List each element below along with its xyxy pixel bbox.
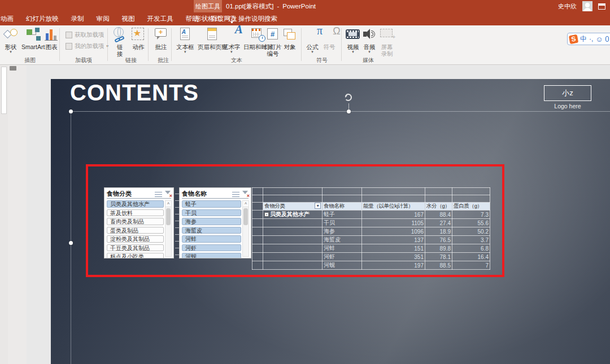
- group-separator: [59, 28, 60, 61]
- slicer-item[interactable]: 海参: [182, 218, 241, 225]
- excel-gridlines-strip: [175, 187, 179, 257]
- dropdown-arrow-icon: ▾: [184, 50, 186, 54]
- water-cell: 88.5: [425, 261, 452, 270]
- link-icon: [112, 27, 127, 42]
- object-icon: [282, 27, 297, 42]
- rotation-handle-icon[interactable]: [345, 94, 352, 101]
- collapse-icon[interactable]: -: [264, 212, 269, 217]
- thumbnail-scrollbar[interactable]: [0, 65, 8, 364]
- slide-number-button[interactable]: # 幻灯片编号: [262, 27, 284, 57]
- slicer-header: 食物名称 ×: [182, 190, 249, 199]
- pivot-header-row: ▼食物分类 食物名称 能量（以单位kj计算） 水分（g） 蛋白质（g）: [252, 203, 490, 210]
- selection-handle-mid-left[interactable]: [69, 241, 73, 245]
- slicer-item[interactable]: 茶及饮料: [107, 209, 164, 217]
- slicer-item[interactable]: 淀粉类及其制品: [107, 235, 164, 243]
- table-row: 海蜇皮 137 76.5 3.7: [252, 236, 490, 244]
- clear-filter-icon[interactable]: ×: [164, 191, 171, 197]
- energy-cell: 151: [362, 244, 425, 253]
- sogou-logo-icon[interactable]: S: [569, 34, 578, 43]
- slicer-item[interactable]: 蛏子: [182, 200, 241, 208]
- action-star-icon: ★: [131, 27, 146, 42]
- scrollbar-thumb[interactable]: [166, 208, 171, 225]
- my-addins-button: 我的加载项 ▾: [66, 42, 108, 50]
- slide-title[interactable]: CONTENTS: [70, 80, 199, 106]
- energy-cell: 1096: [362, 227, 425, 236]
- avatar[interactable]: [582, 1, 592, 11]
- wordart-icon: A: [224, 27, 239, 42]
- slicer-scrollbar[interactable]: ˄: [165, 200, 172, 257]
- chart-button[interactable]: 图表: [44, 27, 59, 50]
- smartart-button[interactable]: SmartArt: [21, 27, 45, 50]
- powerpoint-window: 绘图工具 01.ppt[兼容模式] - PowerPoint 史中欣 动画 幻灯…: [0, 0, 610, 364]
- audio-button[interactable]: 音频 ▾: [362, 27, 377, 54]
- user-area: 史中欣: [558, 0, 605, 12]
- scroll-up-icon[interactable]: ˄: [243, 201, 249, 207]
- ime-lang-mode[interactable]: 中: [580, 34, 587, 44]
- slicer-item[interactable]: 蛋类及制品: [107, 227, 164, 234]
- slide-canvas[interactable]: CONTENTS 小z Logo here 食物分类 × 贝类及其他水产 茶及饮…: [51, 79, 610, 364]
- slicer-item[interactable]: 贝类及其他水产: [107, 200, 164, 208]
- slicer-item[interactable]: 河蚌: [182, 235, 241, 243]
- pivot-table[interactable]: ▼食物分类 食物名称 能量（以单位kj计算） 水分（g） 蛋白质（g） -贝类及…: [252, 187, 490, 270]
- logo-placeholder[interactable]: 小z: [544, 85, 591, 101]
- link-button[interactable]: 链接: [112, 27, 128, 57]
- tab-slideshow[interactable]: 幻灯片放映: [20, 12, 65, 25]
- energy-cell: 1105: [362, 219, 425, 227]
- category-cell[interactable]: -贝类及其他水产: [263, 210, 323, 219]
- ime-toolbar[interactable]: S 中 ·, ☺: [567, 33, 610, 45]
- tab-shape-format[interactable]: 形状格式: [194, 12, 222, 25]
- header-food-category[interactable]: ▼食物分类: [263, 203, 323, 210]
- scrollbar-thumb[interactable]: [1, 67, 7, 114]
- slicer-item[interactable]: 糕点及小吃类: [107, 253, 164, 258]
- selection-handle-top-left[interactable]: [69, 109, 73, 113]
- slicer-scrollbar[interactable]: ˄: [242, 200, 249, 257]
- comment-icon: +: [154, 27, 168, 42]
- selection-handle-top-center[interactable]: [347, 109, 351, 113]
- scrollbar-thumb[interactable]: [243, 208, 248, 225]
- shapes-button[interactable]: 形状 ▾: [3, 27, 18, 54]
- protein-cell: 7.3: [452, 210, 490, 219]
- slicer-item[interactable]: 畜肉类及制品: [107, 218, 164, 225]
- protein-cell: 50.2: [452, 227, 490, 236]
- screen-record-button: 屏幕录制: [377, 27, 396, 57]
- slicer-item[interactable]: 海蜇皮: [182, 227, 241, 234]
- clear-filter-icon[interactable]: ×: [242, 191, 249, 197]
- multiselect-icon[interactable]: [232, 191, 239, 197]
- group-label-text: 文本: [217, 56, 256, 64]
- app-name: PowerPoint: [282, 3, 316, 10]
- symbol-omega-icon: Ω: [322, 27, 337, 42]
- textbox-button[interactable]: A 文本框 ▾: [176, 27, 194, 54]
- wordart-button[interactable]: A 艺术字 ▾: [223, 27, 241, 54]
- energy-cell: 167: [362, 210, 425, 219]
- multiselect-icon[interactable]: [155, 191, 162, 197]
- scroll-up-icon[interactable]: ˄: [165, 201, 171, 207]
- tab-record[interactable]: 录制: [65, 12, 90, 25]
- tab-animation[interactable]: 动画: [0, 12, 20, 25]
- slicer-food-name[interactable]: 食物名称 × 蛏子 干贝 海参 海蜇皮 河蚌 河虾 河蚬 ˄: [179, 187, 251, 258]
- energy-cell: 351: [362, 253, 425, 261]
- tab-view[interactable]: 视图: [116, 12, 141, 25]
- slicer-item[interactable]: 干贝: [182, 209, 241, 217]
- ribbon-display-options-icon[interactable]: [598, 3, 605, 10]
- user-name: 史中欣: [558, 2, 577, 11]
- microphone-icon[interactable]: [605, 36, 609, 42]
- ime-punctuation[interactable]: ·,: [589, 35, 593, 43]
- tab-developer[interactable]: 开发工具: [141, 12, 180, 25]
- my-addins-icon: [66, 43, 72, 50]
- table-row: -贝类及其他水产 蛏子 167 88.4 7.3: [252, 210, 490, 219]
- slicer-food-category[interactable]: 食物分类 × 贝类及其他水产 茶及饮料 畜肉类及制品 蛋类及制品 淀粉类及其制品…: [104, 187, 174, 258]
- group-separator: [301, 28, 302, 61]
- object-button[interactable]: 对象: [282, 27, 297, 50]
- slicer-item[interactable]: 河蚬: [182, 253, 241, 258]
- water-cell: 89.8: [425, 244, 452, 253]
- video-button[interactable]: 视频 ▾: [346, 27, 360, 54]
- autofilter-icon[interactable]: ▼: [315, 203, 321, 209]
- tab-review[interactable]: 审阅: [90, 12, 116, 25]
- equation-button[interactable]: π 公式 ▾: [305, 27, 320, 54]
- action-button[interactable]: ★ 动作: [131, 27, 146, 50]
- empty-grid-row: [252, 195, 490, 203]
- slicer-item[interactable]: 干豆类及其制品: [107, 244, 164, 252]
- comment-button[interactable]: + 批注: [154, 27, 168, 50]
- slicer-item[interactable]: 河虾: [182, 244, 241, 252]
- emoji-icon[interactable]: ☺: [595, 35, 603, 43]
